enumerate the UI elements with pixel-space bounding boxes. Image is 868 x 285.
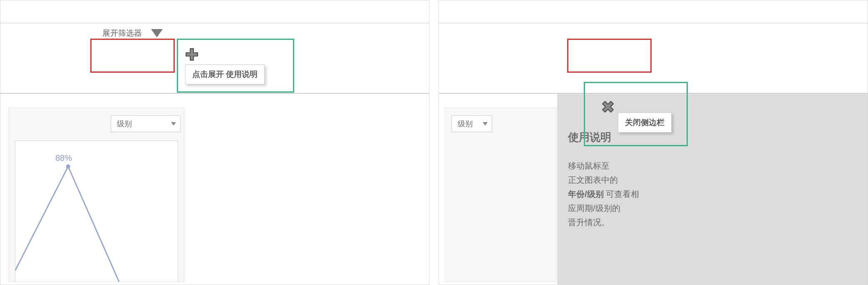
sidebar-title: 使用说明: [568, 128, 857, 146]
level-select[interactable]: 级别: [111, 115, 181, 132]
close-sidebar-button[interactable]: [600, 99, 615, 114]
help-sidebar: 使用说明 移动鼠标至 正文图表中的 年份/级别 可查看相 应周期/级别的 晋升情…: [557, 94, 868, 285]
open-help-tooltip: 点击展开 使用说明: [185, 64, 265, 84]
select-label: 级别: [458, 119, 473, 129]
chart-card-cropped: 级别: [444, 108, 556, 282]
open-help-button[interactable]: [185, 48, 198, 61]
figure-panel-right: 展开筛选器 .panel:nth-child(2) .expand-filter…: [439, 0, 868, 285]
chart-card: 级别 88%: [9, 108, 184, 282]
sidebar-body: 移动鼠标至 正文图表中的 年份/级别 可查看相 应周期/级别的 晋升情况。: [568, 159, 857, 229]
figure-panel-left: 展开筛选器 点击展开 使用说明 级别 88%: [0, 0, 429, 285]
chevron-down-icon: [151, 29, 163, 37]
close-icon: [600, 99, 615, 114]
chevron-down-icon: [171, 122, 176, 125]
close-sidebar-tooltip: 关闭侧边栏: [618, 113, 672, 133]
chevron-down-icon: [483, 122, 488, 125]
svg-point-0: [66, 165, 70, 169]
plus-icon: [185, 48, 198, 61]
expand-filter-button[interactable]: 展开筛选器: [91, 17, 174, 49]
chart-canvas: 88%: [15, 140, 178, 282]
tooltip-text: 点击展开 使用说明: [192, 70, 258, 79]
chart-data-label: 88%: [55, 153, 72, 163]
expand-filter-label: 展开筛选器: [102, 28, 142, 39]
line-chart: [15, 141, 178, 282]
level-select[interactable]: 级别: [451, 115, 492, 132]
topbar: [439, 23, 868, 93]
tooltip-text: 关闭侧边栏: [625, 118, 665, 127]
sidebar-bold: 年份/级别: [568, 189, 604, 199]
select-label: 级别: [117, 119, 132, 129]
